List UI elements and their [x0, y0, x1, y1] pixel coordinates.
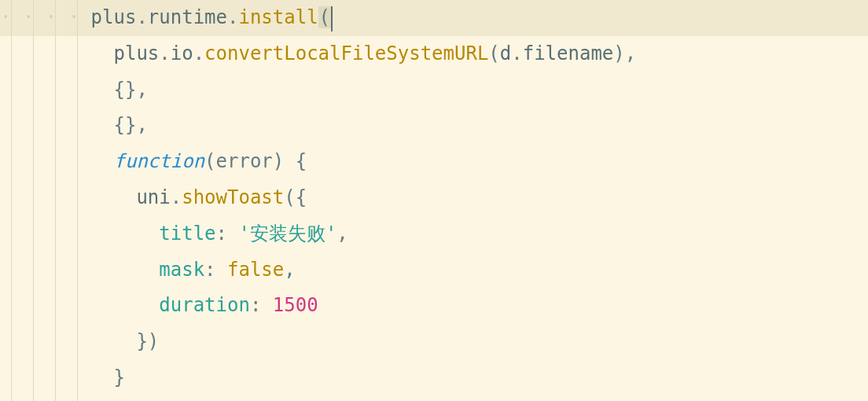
- code-line[interactable]: duration: 1500: [0, 288, 868, 324]
- token-string: '安装失败': [238, 223, 337, 245]
- code-line[interactable]: ): [0, 396, 868, 401]
- token-identifier: plus: [91, 6, 137, 28]
- code-line[interactable]: {},: [0, 72, 868, 109]
- token-identifier: io: [171, 42, 193, 64]
- whitespace-indicator: · · · ·: [0, 6, 91, 28]
- token-method: install: [238, 6, 318, 28]
- token-punct: ,: [136, 79, 147, 101]
- token-punct: ,: [284, 259, 295, 281]
- token-punct: .: [227, 6, 238, 28]
- token-property: title: [159, 223, 215, 245]
- token-boolean: false: [227, 259, 284, 281]
- token-punct: (: [284, 186, 295, 208]
- token-identifier: d: [500, 42, 511, 64]
- code-line[interactable]: {},: [0, 108, 868, 144]
- token-punct: ): [148, 330, 159, 352]
- code-line[interactable]: · · · · plus.runtime.install(: [0, 0, 868, 36]
- token-punct: .: [171, 186, 182, 208]
- token-identifier: filename: [523, 42, 614, 64]
- token-punct: .: [511, 42, 522, 64]
- token-param: error: [216, 150, 273, 172]
- token-punct: ): [273, 150, 284, 172]
- token-punct: .: [136, 6, 147, 28]
- token-identifier: runtime: [148, 6, 227, 28]
- text-cursor: [331, 6, 333, 31]
- token-property: duration: [159, 294, 250, 316]
- token-punct: ,: [337, 223, 348, 245]
- code-editor[interactable]: · · · · plus.runtime.install( plus.io.co…: [0, 0, 868, 401]
- token-punct: :: [204, 259, 227, 281]
- token-identifier: plus: [114, 42, 160, 64]
- code-line[interactable]: uni.showToast({: [0, 180, 868, 216]
- token-punct: ,: [136, 114, 147, 136]
- code-line[interactable]: }): [0, 324, 868, 360]
- matching-bracket: (: [318, 6, 331, 28]
- code-line[interactable]: function(error) {: [0, 144, 868, 180]
- token-punct: {}: [114, 114, 137, 136]
- token-number: 1500: [273, 294, 318, 316]
- code-line[interactable]: plus.io.convertLocalFileSystemURL(d.file…: [0, 36, 868, 72]
- token-punct: :: [250, 294, 273, 316]
- token-punct: ,: [625, 42, 636, 64]
- token-punct: }: [114, 366, 125, 388]
- code-area[interactable]: · · · · plus.runtime.install( plus.io.co…: [0, 0, 868, 401]
- token-punct: ): [613, 42, 624, 64]
- code-line[interactable]: mask: false,: [0, 252, 868, 289]
- code-line[interactable]: }: [0, 360, 868, 396]
- token-punct: (: [204, 150, 215, 172]
- token-property: mask: [159, 259, 204, 281]
- token-method: showToast: [182, 186, 284, 208]
- token-punct: {: [284, 150, 307, 172]
- token-punct: :: [216, 223, 239, 245]
- token-punct: .: [193, 42, 204, 64]
- token-identifier: uni: [136, 186, 170, 208]
- token-punct: (: [488, 42, 499, 64]
- token-method: convertLocalFileSystemURL: [204, 42, 488, 64]
- token-punct: {}: [114, 79, 137, 101]
- token-punct: }: [136, 330, 147, 352]
- token-punct: {: [296, 186, 307, 208]
- token-punct: .: [159, 42, 170, 64]
- code-line[interactable]: title: '安装失败',: [0, 216, 868, 252]
- token-keyword: function: [114, 150, 205, 172]
